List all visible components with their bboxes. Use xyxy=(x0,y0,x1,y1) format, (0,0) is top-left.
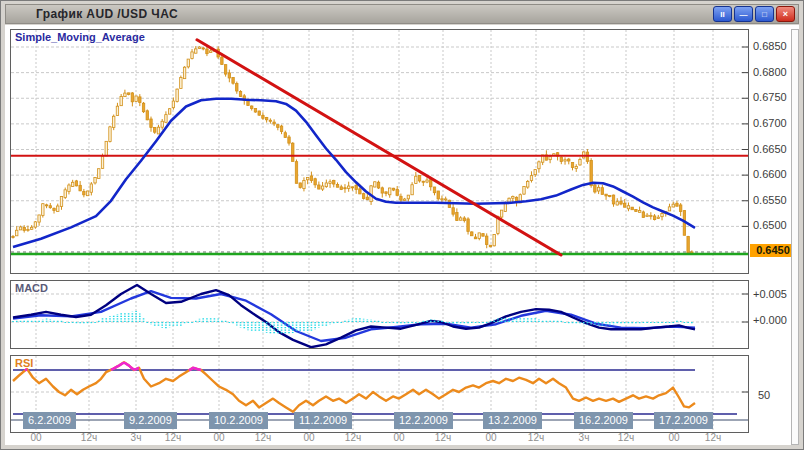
time-tick-label: 12ч xyxy=(528,432,544,443)
date-badge: 11.2.2009 xyxy=(294,412,352,429)
date-badge: 12.2.2009 xyxy=(394,412,453,429)
date-badge: 17.2.2009 xyxy=(654,412,713,429)
price-tick-label: 0.6700 xyxy=(753,117,787,129)
price-panel[interactable]: Simple_Moving_Average xyxy=(10,29,749,274)
time-tick-label: 12ч xyxy=(165,432,181,443)
candlestick-chart[interactable] xyxy=(11,30,748,273)
time-tick-label: 12ч xyxy=(618,432,634,443)
date-badge: 13.2.2009 xyxy=(483,412,542,429)
macd-chart[interactable] xyxy=(11,281,748,348)
titlebar[interactable]: График AUD /USD ЧАС II — □ × xyxy=(5,4,799,24)
time-tick-label: 12ч xyxy=(705,432,721,443)
window-buttons: II — □ × xyxy=(713,6,798,22)
time-tick-label: 12ч xyxy=(435,432,451,443)
price-tick-label: 0.6850 xyxy=(753,40,787,52)
restore-button[interactable]: □ xyxy=(755,6,774,22)
date-badge: 10.2.2009 xyxy=(209,412,268,429)
price-tick-label: 0.6600 xyxy=(753,168,787,180)
rsi-indicator-label: RSI xyxy=(15,357,33,369)
right-scrollbar[interactable] xyxy=(791,29,799,445)
window-title: График AUD /USD ЧАС xyxy=(6,7,178,21)
date-badge: 6.2.2009 xyxy=(23,412,76,429)
rsi-tick-50: 50 xyxy=(758,389,770,401)
macd-panel[interactable]: MACD xyxy=(10,280,749,349)
chart-window: График AUD /USD ЧАС II — □ × Simple_Movi… xyxy=(0,0,804,450)
rsi-chart[interactable] xyxy=(11,356,748,432)
time-tick-label: 12ч xyxy=(345,432,361,443)
pause-button[interactable]: II xyxy=(713,6,732,22)
time-tick-label: 00 xyxy=(668,432,679,443)
time-tick-label: 00 xyxy=(393,432,404,443)
macd-tick-plus000: +0.000 xyxy=(753,314,787,326)
price-tick-label: 0.6650 xyxy=(753,143,787,155)
price-tick-label: 0.6800 xyxy=(753,66,787,78)
rsi-panel[interactable]: RSI xyxy=(10,355,749,433)
time-tick-label: 00 xyxy=(485,432,496,443)
price-tick-label: 0.6500 xyxy=(753,219,787,231)
minimize-button[interactable]: — xyxy=(734,6,753,22)
time-tick-label: 3ч xyxy=(579,432,590,443)
price-tick-label: 0.6550 xyxy=(753,194,787,206)
macd-indicator-label: MACD xyxy=(15,282,48,294)
current-price-badge: 0.6450 xyxy=(750,244,796,257)
macd-tick-plus005: +0.005 xyxy=(753,288,787,300)
date-badge: 16.2.2009 xyxy=(574,412,633,429)
price-tick-label: 0.6750 xyxy=(753,91,787,103)
sma-indicator-label: Simple_Moving_Average xyxy=(15,31,145,43)
time-tick-label: 12ч xyxy=(81,432,97,443)
date-badge: 9.2.2009 xyxy=(124,412,177,429)
time-tick-label: 00 xyxy=(213,432,224,443)
time-tick-label: 00 xyxy=(30,432,41,443)
close-button[interactable]: × xyxy=(776,6,795,22)
time-tick-label: 12ч xyxy=(255,432,271,443)
time-tick-label: 00 xyxy=(303,432,314,443)
time-tick-label: 3ч xyxy=(131,432,142,443)
